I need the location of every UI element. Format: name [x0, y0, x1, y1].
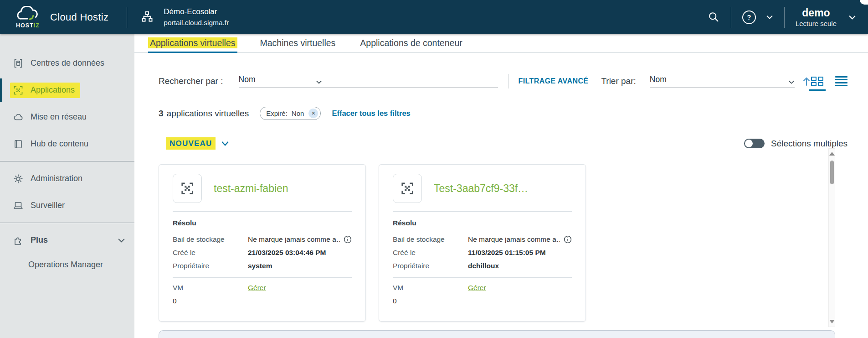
sidebar-item-label: Hub de contenu	[31, 139, 88, 149]
organization-icon	[141, 10, 154, 23]
vapp-status: Résolu	[393, 219, 572, 227]
vertical-scrollbar[interactable]	[828, 148, 835, 327]
tab-label: Applications virtuelles	[148, 37, 237, 48]
sidebar-item-mise-en-reseau[interactable]: Mise en réseau	[0, 104, 134, 130]
plus-chevron-down-icon	[118, 238, 125, 243]
tab-label: Applications de conteneur	[358, 37, 464, 48]
card-divider	[393, 277, 572, 278]
sidebar-item-label: Plus	[31, 235, 48, 245]
tab-applications-virtuelles[interactable]: Applications virtuelles	[148, 38, 237, 52]
search-field-select[interactable]: Nom	[239, 75, 322, 88]
advanced-filter-link[interactable]: FILTRAGE AVANCÉ	[519, 77, 589, 85]
sidebar-item-operations-manager[interactable]: Operations Manager	[0, 254, 134, 276]
monitor-icon	[13, 200, 24, 211]
header-divider	[731, 7, 731, 28]
owner-label: Propriétaire	[393, 262, 468, 270]
chevron-down-icon	[316, 80, 322, 84]
header-divider	[784, 7, 785, 28]
sidebar-item-centres-de-donnees[interactable]: Centres de données	[0, 50, 134, 77]
data-center-icon	[13, 58, 24, 69]
view-switcher	[811, 76, 847, 87]
tab-machines-virtuelles[interactable]: Machines virtuelles	[258, 38, 338, 52]
sidebar-item-label: Surveiller	[31, 201, 65, 210]
tenant-name: Démo-Ecosolar	[164, 6, 229, 18]
sidebar-item-surveiller[interactable]: Surveiller	[0, 192, 134, 219]
help-chevron-down-icon[interactable]	[766, 15, 773, 20]
new-button[interactable]: NOUVEAU	[166, 137, 229, 150]
results-count-label: applications virtuelles	[167, 109, 249, 119]
user-chevron-down-icon	[848, 15, 856, 20]
sidebar-item-label: Applications	[31, 85, 75, 95]
vapp-tile-icon	[393, 174, 422, 203]
sidebar-item-label: Mise en réseau	[31, 112, 87, 122]
hostiz-logo[interactable]: HOSTIZ	[15, 6, 40, 29]
vapp-title[interactable]: Test-3aab7cf9-33f…	[434, 182, 528, 195]
tab-bar: Applications virtuelles Machines virtuel…	[134, 34, 868, 53]
chip-name: Expiré:	[266, 109, 288, 117]
storage-lease-value: Ne marque jamais comme a…	[248, 235, 340, 244]
multi-select-label: Sélections multiples	[771, 139, 847, 149]
storage-lease-label: Bail de stockage	[173, 235, 248, 244]
sidebar-item-plus[interactable]: Plus	[0, 227, 134, 254]
top-header: HOSTIZ Cloud Hostiz Démo-Ecosolar portai…	[0, 0, 868, 34]
gear-icon	[13, 173, 24, 184]
tab-applications-de-conteneur[interactable]: Applications de conteneur	[358, 38, 464, 52]
owner-label: Propriétaire	[173, 262, 248, 270]
vm-label: VM	[393, 284, 468, 292]
owner-value: system	[248, 262, 272, 270]
tenant-selector[interactable]: Démo-Ecosolar portail.cloud.sigma.fr	[141, 6, 229, 28]
manage-vms-link[interactable]: Gérer	[248, 284, 266, 292]
search-icon[interactable]	[708, 11, 720, 23]
help-menu[interactable]: ?	[742, 10, 756, 24]
content-hub-icon	[13, 139, 24, 150]
sidebar-divider	[0, 161, 134, 161]
grid-view-icon[interactable]	[811, 77, 823, 86]
vapp-title[interactable]: test-azmi-fabien	[214, 182, 288, 195]
filter-toolbar: Rechercher par : Nom FILTRAGE AVANCÉ Tri…	[159, 74, 868, 88]
clear-filters-link[interactable]: Effacer tous les filtres	[332, 109, 410, 118]
multi-select-control: Sélections multiples	[744, 139, 847, 149]
scrollbar-thumb[interactable]	[830, 161, 834, 184]
vapp-tile-icon	[173, 174, 202, 203]
sidebar-item-applications[interactable]: Applications	[0, 77, 134, 104]
chip-value: Non	[292, 109, 304, 117]
network-cloud-icon	[13, 112, 24, 123]
chip-close-icon[interactable]: ✕	[308, 109, 318, 118]
list-view-icon[interactable]	[835, 76, 847, 87]
sidebar-item-administration[interactable]: Administration	[0, 165, 134, 192]
created-value: 11/03/2025 01:15:05 PM	[468, 249, 546, 257]
logo-wordmark: HOSTIZ	[16, 23, 40, 29]
sidebar-item-label: Administration	[31, 174, 82, 183]
sidebar-item-label: Centres de données	[31, 58, 104, 68]
chevron-down-icon	[788, 80, 795, 84]
vapp-grid-icon	[13, 85, 24, 96]
info-icon[interactable]	[344, 235, 352, 244]
storage-lease-label: Bail de stockage	[393, 235, 468, 244]
user-name: demo	[802, 6, 830, 20]
search-by-label: Rechercher par :	[159, 76, 223, 86]
multi-select-toggle[interactable]	[744, 139, 765, 148]
scroll-down-arrow[interactable]	[829, 320, 835, 323]
manage-vms-link[interactable]: Gérer	[468, 284, 486, 292]
toolbar-divider	[508, 74, 508, 88]
search-input[interactable]	[322, 75, 498, 88]
sort-ascending-icon[interactable]	[802, 76, 811, 86]
vapp-card[interactable]: test-azmi-fabien Résolu Bail de stockage…	[159, 164, 366, 322]
sidebar-item-hub-de-contenu[interactable]: Hub de contenu	[0, 130, 134, 157]
vapp-card[interactable]: Test-3aab7cf9-33f… Résolu Bail de stocka…	[379, 164, 586, 322]
filter-chip-expire[interactable]: Expiré: Non ✕	[260, 107, 321, 120]
app-window: HOSTIZ Cloud Hostiz Démo-Ecosolar portai…	[0, 0, 868, 338]
owner-value: dchilloux	[468, 262, 499, 270]
results-count: 3	[159, 109, 164, 119]
user-menu[interactable]: demo Lecture seule	[796, 6, 856, 28]
created-label: Créé le	[173, 249, 248, 257]
info-icon[interactable]	[564, 235, 572, 244]
vapp-cards: test-azmi-fabien Résolu Bail de stockage…	[159, 164, 868, 322]
brand-title: Cloud Hostiz	[50, 11, 108, 23]
action-row: NOUVEAU Sélections multiples	[159, 137, 868, 150]
cloud-logo-icon	[15, 6, 40, 22]
scroll-up-arrow[interactable]	[829, 152, 835, 156]
recent-tasks-panel-collapsed[interactable]	[159, 330, 835, 338]
sort-field-select[interactable]: Nom	[650, 75, 795, 88]
sidebar-nav: Centres de données	[0, 34, 134, 338]
